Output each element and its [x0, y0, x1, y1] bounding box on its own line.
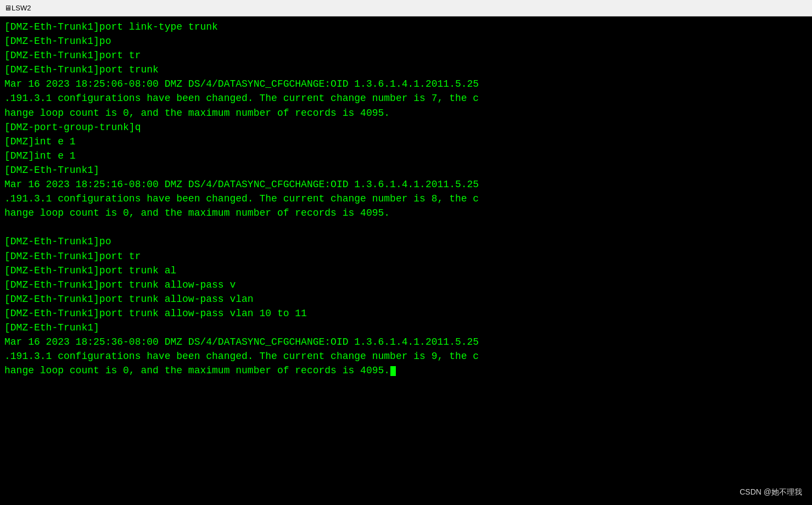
- window-title: LSW2: [12, 4, 31, 12]
- title-bar: 🖥 LSW2: [0, 0, 812, 16]
- terminal-icon: 🖥: [4, 4, 12, 12]
- watermark: CSDN @她不理我: [740, 487, 802, 497]
- terminal-output[interactable]: [DMZ-Eth-Trunk1]port link-type trunk [DM…: [0, 16, 812, 505]
